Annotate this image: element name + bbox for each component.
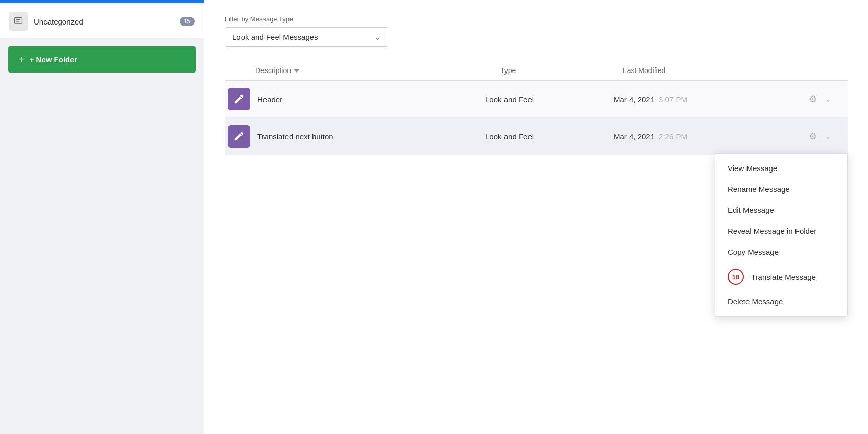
row-modified-1: Mar 4, 2021 3:07 PM: [614, 95, 807, 104]
uncategorized-icon: [9, 12, 28, 31]
sort-icon: [294, 69, 299, 73]
row-type-1: Look and Feel: [485, 95, 614, 104]
new-folder-button[interactable]: + + New Folder: [8, 46, 196, 73]
chevron-button-1[interactable]: ⌄: [823, 93, 833, 105]
new-folder-label: + New Folder: [30, 55, 78, 64]
row-desc-cell-2: Translated next button: [225, 125, 485, 148]
row-desc-cell-1: Header: [225, 88, 485, 110]
context-menu-item-copy[interactable]: Copy Message: [715, 242, 847, 262]
table-row: Header Look and Feel Mar 4, 2021 3:07 PM…: [225, 81, 848, 118]
context-menu-edit-label: Edit Message: [728, 206, 774, 214]
row-actions-2: ⚙ ⌄: [807, 129, 848, 144]
gear-button-1[interactable]: ⚙: [807, 91, 819, 107]
context-menu-delete-label: Delete Message: [728, 297, 783, 306]
plus-icon: +: [18, 54, 25, 65]
row-icon-1: [228, 88, 250, 110]
filter-selected-value: Look and Feel Messages: [232, 33, 318, 41]
sidebar-item-uncategorized[interactable]: Uncategorized 15: [0, 5, 204, 38]
context-menu-item-delete[interactable]: Delete Message: [715, 291, 847, 312]
context-menu-view-label: View Message: [728, 164, 777, 173]
filter-label: Filter by Message Type: [225, 15, 848, 23]
modified-header-label: Last Modified: [623, 66, 665, 75]
context-menu-item-rename[interactable]: Rename Message: [715, 179, 847, 200]
context-menu: View Message Rename Message Edit Message…: [715, 153, 848, 317]
context-menu-item-reveal[interactable]: Reveal Message in Folder: [715, 221, 847, 242]
context-menu-item-translate[interactable]: 10 Translate Message: [715, 262, 847, 291]
row-actions-1: ⚙ ⌄: [807, 91, 848, 107]
gear-button-2[interactable]: ⚙: [807, 129, 819, 144]
context-menu-translate-label: Translate Message: [751, 273, 816, 281]
row-type-2: Look and Feel: [485, 132, 614, 141]
row-icon-2: [228, 125, 250, 148]
row-date-1: Mar 4, 2021: [614, 95, 655, 104]
description-header-label: Description: [255, 66, 291, 75]
sidebar: Uncategorized 15 + + New Folder: [0, 0, 204, 434]
row-date-2: Mar 4, 2021: [614, 132, 655, 141]
context-menu-rename-label: Rename Message: [728, 185, 790, 194]
context-menu-copy-label: Copy Message: [728, 248, 779, 256]
context-menu-item-edit[interactable]: Edit Message: [715, 200, 847, 221]
table-header: Description Type Last Modified: [225, 61, 848, 81]
chevron-down-icon: ⌄: [374, 33, 380, 41]
filter-select[interactable]: Look and Feel Messages ⌄: [225, 27, 388, 47]
table-row: Translated next button Look and Feel Mar…: [225, 118, 848, 155]
sidebar-badge: 15: [180, 17, 195, 26]
annotation-circle-10: 10: [728, 269, 744, 285]
row-modified-2: Mar 4, 2021 2:26 PM: [614, 132, 807, 141]
chevron-button-2[interactable]: ⌄: [823, 130, 833, 142]
context-menu-reveal-label: Reveal Message in Folder: [728, 227, 816, 235]
sidebar-item-label: Uncategorized: [34, 17, 180, 26]
row-time-1: 3:07 PM: [659, 95, 687, 104]
context-menu-item-view[interactable]: View Message: [715, 158, 847, 179]
row-time-2: 2:26 PM: [659, 132, 687, 141]
col-type-header: Type: [500, 66, 623, 75]
row-description-1: Header: [257, 95, 282, 104]
col-description-header[interactable]: Description: [225, 66, 500, 75]
main-content: Filter by Message Type Look and Feel Mes…: [204, 0, 868, 434]
col-modified-header: Last Modified: [623, 66, 807, 75]
svg-rect-0: [15, 18, 22, 24]
top-bar: [0, 0, 204, 3]
row-description-2: Translated next button: [257, 132, 333, 141]
type-header-label: Type: [500, 66, 516, 75]
